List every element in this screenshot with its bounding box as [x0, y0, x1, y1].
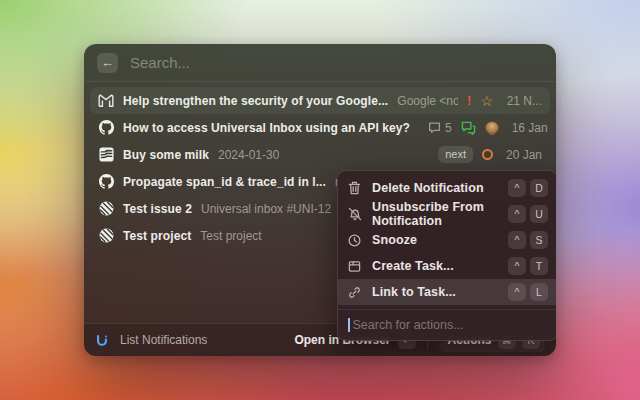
ctrl-key-icon: ^: [508, 179, 526, 197]
comment-count: 5: [445, 121, 452, 135]
text-cursor: [348, 318, 350, 332]
t-key-icon: T: [530, 257, 548, 275]
app-window: ← Help strengthen the security of your G…: [84, 44, 556, 356]
notification-title: Propagate span_id & trace_id in l...: [123, 175, 326, 189]
gmail-icon: [98, 93, 114, 109]
menu-item-label: Create Task...: [372, 259, 454, 273]
trash-icon: [347, 181, 362, 196]
discussion-icon: [461, 121, 476, 135]
clock-icon: [347, 233, 362, 248]
actions-menu: Delete Notification ^ D Unsubscribe From…: [337, 170, 556, 341]
notification-date: 16 Jan: [508, 121, 548, 135]
github-icon: [98, 174, 114, 190]
link-icon: [347, 285, 362, 300]
actions-search-input[interactable]: [351, 318, 548, 332]
menu-item-link-to-task[interactable]: Link to Task... ^ L: [338, 279, 556, 305]
universal-inbox-logo-icon: [95, 333, 109, 347]
menu-item-create-task[interactable]: Create Task... ^ T: [338, 253, 556, 279]
ctrl-key-icon: ^: [508, 257, 526, 275]
ctrl-key-icon: ^: [508, 205, 526, 223]
orange-ring-icon: [482, 149, 493, 160]
notification-row-gmail[interactable]: Help strengthen the security of your Goo…: [90, 87, 550, 114]
bell-slash-icon: [347, 207, 362, 222]
avatar: [485, 121, 499, 135]
linear-icon: [98, 201, 114, 217]
ctrl-key-icon: ^: [508, 231, 526, 249]
important-icon: !: [467, 93, 471, 108]
search-bar: ←: [84, 44, 556, 82]
star-icon: ☆: [480, 94, 493, 108]
menu-item-label: Unsubscribe From Notification: [372, 200, 498, 228]
menu-item-delete-notification[interactable]: Delete Notification ^ D: [338, 175, 556, 201]
notification-title: Test project: [123, 229, 191, 243]
s-key-icon: S: [530, 231, 548, 249]
menu-item-label: Link to Task...: [372, 285, 456, 299]
label-badge: next: [438, 146, 473, 163]
arrow-left-icon: ←: [101, 55, 114, 70]
linear-icon: [98, 228, 114, 244]
status-label: List Notifications: [120, 333, 207, 347]
notification-subtitle: Test project: [200, 229, 261, 243]
notification-subtitle: Universal inbox #UNI-12: [201, 202, 331, 216]
menu-item-label: Snooze: [372, 233, 417, 247]
notification-subtitle: Google <no-reply@accounts.google.com>: [397, 94, 458, 108]
d-key-icon: D: [530, 179, 548, 197]
l-key-icon: L: [530, 283, 548, 301]
notification-title: Help strengthen the security of your Goo…: [123, 94, 388, 108]
notification-row-github-1[interactable]: How to access Universal Inbox using an A…: [90, 114, 550, 141]
back-button[interactable]: ←: [97, 53, 118, 73]
menu-item-snooze[interactable]: Snooze ^ S: [338, 227, 556, 253]
notification-date: 21 N...: [502, 94, 542, 108]
notification-row-todoist[interactable]: Buy some milk 2024-01-30 next 20 Jan: [90, 141, 550, 168]
comment-icon: [428, 121, 441, 134]
search-input[interactable]: [130, 54, 543, 71]
notification-title: Buy some milk: [123, 148, 209, 162]
notification-subtitle: 2024-01-30: [218, 148, 279, 162]
menu-item-label: Delete Notification: [372, 181, 484, 195]
notification-date: 20 Jan: [502, 148, 542, 162]
actions-search[interactable]: [338, 309, 556, 340]
u-key-icon: U: [530, 205, 548, 223]
todoist-icon: [98, 147, 114, 163]
ctrl-key-icon: ^: [508, 283, 526, 301]
notification-title: Test issue 2: [123, 202, 192, 216]
menu-item-unsubscribe[interactable]: Unsubscribe From Notification ^ U: [338, 201, 556, 227]
github-icon: [98, 120, 114, 136]
create-task-icon: [347, 259, 362, 274]
notification-title: How to access Universal Inbox using an A…: [123, 121, 410, 135]
